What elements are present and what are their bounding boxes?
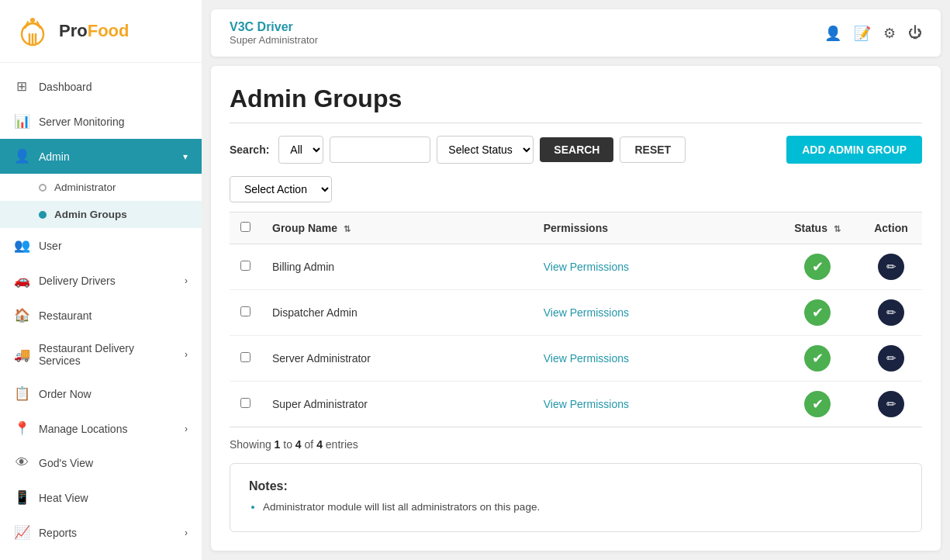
select-action-container: Select Action [230,176,922,202]
sidebar-item-label: Manage Locations [39,423,127,435]
sidebar-item-admin[interactable]: 👤 Admin ▾ [0,139,202,174]
sidebar-item-heat-view[interactable]: 📱 Heat View [0,480,202,515]
select-all-checkbox[interactable] [240,222,250,232]
manage-locations-icon: 📍 [14,420,29,437]
sidebar-item-label: Admin [39,150,70,163]
settings-icon[interactable]: ⚙ [883,25,896,42]
table-header-permissions: Permissions [533,213,775,244]
logo-text: ProFood [59,21,129,41]
notes-title: Notes: [249,479,903,493]
sidebar-navigation: ⊞ Dashboard 📊 Server Monitoring 👤 Admin … [0,63,202,556]
sidebar-item-server-monitoring[interactable]: 📊 Server Monitoring [0,104,202,139]
admin-groups-table: Group Name ⇅ Permissions Status ⇅ Action [230,212,922,427]
sidebar-item-manage-locations[interactable]: 📍 Manage Locations › [0,411,202,446]
sidebar-item-user[interactable]: 👥 User [0,228,202,263]
search-button[interactable]: SEARCH [540,137,613,162]
sidebar-item-delivery-drivers[interactable]: 🚗 Delivery Drivers › [0,263,202,298]
order-now-icon: 📋 [14,385,29,402]
sidebar-item-dashboard[interactable]: ⊞ Dashboard [0,69,202,104]
server-monitoring-icon: 📊 [14,113,29,130]
row-permissions: View Permissions [533,290,775,336]
content-area: Admin Groups Search: All Select Status A… [211,66,941,551]
gods-view-icon: 👁 [14,455,29,471]
table-row: Dispatcher Admin View Permissions ✔ ✏ [230,290,922,336]
user-icon: 👥 [14,237,29,254]
row-checkbox[interactable] [240,398,250,408]
header-user-role: Super Administrator [230,34,318,46]
edit-button[interactable]: ✏ [878,254,904,280]
row-permissions: View Permissions [533,244,775,290]
row-status: ✔ [775,336,860,382]
admin-icon: 👤 [14,148,29,164]
sidebar-item-reports[interactable]: 📈 Reports › [0,515,202,550]
logo-food: Food [88,21,130,40]
sidebar-item-restaurant-delivery[interactable]: 🚚 Restaurant Delivery Services › [0,333,202,376]
svg-point-4 [30,18,35,22]
search-label: Search: [230,143,269,156]
row-checkbox-cell [230,336,261,382]
sidebar-item-label: Heat View [39,492,88,504]
row-checkbox-cell [230,382,261,427]
notes-section: Notes: Administrator module will list al… [230,463,922,532]
status-select[interactable]: Select Status Active Inactive [437,136,534,164]
sidebar-item-order-now[interactable]: 📋 Order Now [0,376,202,411]
row-checkbox[interactable] [240,352,250,362]
sub-circle-filled-icon [39,211,47,219]
select-action-dropdown[interactable]: Select Action [230,176,332,202]
search-input[interactable] [330,137,430,163]
heat-view-icon: 📱 [14,489,29,506]
status-active-icon: ✔ [804,391,831,417]
sidebar-item-label: Server Monitoring [39,116,125,128]
view-permissions-link[interactable]: View Permissions [544,261,629,273]
table-header-action: Action [860,213,922,244]
reset-button[interactable]: RESET [620,137,686,163]
profile-icon[interactable]: 👤 [824,25,841,42]
manage-locations-arrow-icon: › [185,423,188,434]
status-active-icon: ✔ [804,345,831,372]
restaurant-delivery-icon: 🚚 [14,347,29,363]
header-user-name: V3C Driver [230,20,318,34]
edit-icon[interactable]: 📝 [854,25,871,42]
dashboard-icon: ⊞ [14,78,29,95]
row-group-name: Super Administrator [261,382,533,427]
row-action: ✏ [860,244,922,290]
notes-item: Administrator module will list all admin… [263,501,903,513]
add-admin-group-button[interactable]: ADD ADMIN GROUP [786,136,922,164]
sidebar-sub-item-admin-groups[interactable]: Admin Groups [0,201,202,228]
sidebar-item-gods-view[interactable]: 👁 God's View [0,446,202,480]
search-bar: Search: All Select Status Active Inactiv… [230,136,922,164]
edit-button[interactable]: ✏ [878,391,904,417]
search-filter-select[interactable]: All [278,136,323,164]
sidebar: ProFood ⊞ Dashboard 📊 Server Monitoring … [0,0,202,560]
admin-arrow-icon: ▾ [183,151,188,162]
header-user-info: V3C Driver Super Administrator [230,20,318,46]
delivery-drivers-arrow-icon: › [185,275,188,286]
row-checkbox[interactable] [240,306,250,316]
header-icons: 👤 📝 ⚙ ⏻ [824,25,922,42]
showing-start: 1 [275,438,281,451]
sidebar-item-label: Delivery Drivers [39,275,116,287]
view-permissions-link[interactable]: View Permissions [544,306,629,319]
row-action: ✏ [860,382,922,427]
row-group-name: Dispatcher Admin [261,290,533,336]
edit-button[interactable]: ✏ [878,299,904,326]
edit-button[interactable]: ✏ [878,345,904,372]
view-permissions-link[interactable]: View Permissions [544,398,629,410]
sidebar-item-label: Restaurant Delivery Services [39,342,175,367]
reports-arrow-icon: › [185,527,188,538]
row-group-name: Billing Admin [261,244,533,290]
delivery-drivers-icon: 🚗 [14,272,29,289]
row-checkbox[interactable] [240,261,250,271]
main-area: V3C Driver Super Administrator 👤 📝 ⚙ ⏻ A… [202,0,950,560]
sidebar-item-label: God's View [39,457,93,469]
sidebar-item-label: Reports [39,527,77,539]
row-group-name: Server Administrator [261,336,533,382]
row-action: ✏ [860,336,922,382]
sidebar-sub-item-administrator[interactable]: Administrator [0,174,202,201]
sidebar-item-label: User [39,240,62,252]
view-permissions-link[interactable]: View Permissions [544,352,629,365]
row-permissions: View Permissions [533,336,775,382]
sidebar-item-restaurant[interactable]: 🏠 Restaurant [0,298,202,333]
power-icon[interactable]: ⏻ [908,25,922,41]
sidebar-item-label: Order Now [39,388,92,400]
